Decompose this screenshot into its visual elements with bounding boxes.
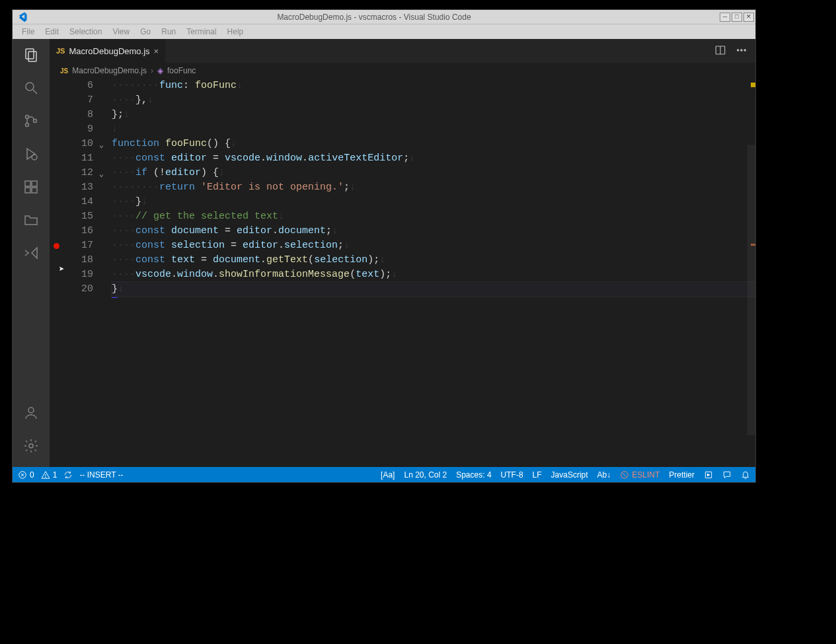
- line-number[interactable]: 9: [50, 122, 93, 137]
- line-number[interactable]: 16: [50, 224, 93, 238]
- maximize-button[interactable]: □: [732, 13, 742, 22]
- breadcrumb[interactable]: JS MacroDebugDemo.js › ◈ fooFunc: [50, 63, 755, 79]
- menu-help[interactable]: Help: [222, 26, 249, 38]
- activitybar: [13, 39, 50, 467]
- run-debug-icon[interactable]: [22, 145, 40, 163]
- search-icon[interactable]: [22, 79, 40, 97]
- menu-run[interactable]: Run: [156, 26, 181, 38]
- tab-label: MacroDebugDemo.js: [69, 46, 149, 56]
- code-area[interactable]: ········func: fooFunc↓····},↓};↓↓functio…: [112, 79, 755, 467]
- tab-close-icon[interactable]: ×: [154, 46, 159, 56]
- status-prettier[interactable]: Prettier: [669, 470, 695, 480]
- editor-group: JS MacroDebugDemo.js × JS MacroDebugDemo…: [50, 39, 755, 467]
- code-line[interactable]: }↓: [112, 282, 755, 297]
- more-actions-icon[interactable]: [736, 44, 747, 58]
- breadcrumb-file[interactable]: MacroDebugDemo.js: [72, 66, 147, 75]
- chevron-right-icon: ›: [151, 66, 153, 75]
- status-preview-icon[interactable]: [704, 470, 713, 480]
- menu-view[interactable]: View: [107, 26, 135, 38]
- split-editor-icon[interactable]: [714, 44, 726, 58]
- status-feedback-icon[interactable]: [722, 470, 732, 480]
- status-sync[interactable]: [63, 470, 73, 480]
- line-number[interactable]: 10⌄: [50, 137, 93, 151]
- status-case[interactable]: [Aa]: [381, 470, 395, 480]
- status-spell[interactable]: Ab↓: [597, 470, 611, 480]
- code-line[interactable]: ····if (!editor) {↓: [112, 166, 755, 180]
- status-bell-icon[interactable]: [741, 470, 750, 480]
- extensions-icon[interactable]: [22, 178, 40, 196]
- line-number[interactable]: 19: [50, 268, 93, 282]
- explorer-icon[interactable]: [22, 46, 40, 64]
- svg-point-17: [741, 49, 742, 50]
- line-number[interactable]: 6: [50, 79, 93, 93]
- code-line[interactable]: ↓: [112, 122, 755, 137]
- minimize-button[interactable]: ─: [720, 13, 730, 22]
- code-line[interactable]: ········func: fooFunc↓: [112, 79, 755, 93]
- breadcrumb-symbol[interactable]: fooFunc: [167, 66, 196, 75]
- code-line[interactable]: ····vscode.window.showInformationMessage…: [112, 268, 755, 282]
- breakpoint-icon[interactable]: [54, 243, 59, 249]
- vs-icon[interactable]: [22, 244, 40, 262]
- menu-selection[interactable]: Selection: [64, 26, 107, 38]
- line-number[interactable]: 20: [50, 282, 93, 297]
- code-line[interactable]: ····},↓: [112, 93, 755, 108]
- titlebar: MacroDebugDemo.js - vscmacros - Visual S…: [13, 10, 755, 24]
- code-line[interactable]: ····const selection = editor.selection;↓: [112, 238, 755, 253]
- fold-icon[interactable]: ⌄: [99, 138, 104, 153]
- line-number[interactable]: 7: [50, 93, 93, 108]
- line-number[interactable]: 18: [50, 253, 93, 268]
- status-errors[interactable]: 0: [18, 470, 34, 480]
- menubar: File Edit Selection View Go Run Terminal…: [13, 24, 755, 39]
- code-line[interactable]: ····}↓: [112, 195, 755, 209]
- code-line[interactable]: ········return 'Editor is not opening.';…: [112, 180, 755, 195]
- statusbar: 0 1 -- INSERT -- [Aa] Ln 20, Col 2 Space…: [13, 467, 755, 482]
- code-line[interactable]: ····const document = editor.document;↓: [112, 224, 755, 238]
- svg-line-3: [33, 90, 37, 94]
- account-icon[interactable]: [22, 404, 40, 422]
- minimap-viewport[interactable]: [747, 145, 755, 435]
- svg-point-2: [26, 83, 34, 90]
- tab-macrodebug[interactable]: JS MacroDebugDemo.js ×: [50, 39, 166, 63]
- status-eslint[interactable]: ESLINT: [620, 470, 660, 480]
- status-language[interactable]: JavaScript: [551, 470, 588, 480]
- line-number[interactable]: 11: [50, 151, 93, 166]
- code-line[interactable]: ····const text = document.getText(select…: [112, 253, 755, 268]
- gutter[interactable]: 678910⌄1112⌄1314151617181920: [50, 79, 98, 467]
- line-number[interactable]: 15: [50, 209, 93, 224]
- folder-icon[interactable]: [22, 211, 40, 229]
- code-line[interactable]: ····const editor = vscode.window.activeT…: [112, 151, 755, 166]
- svg-point-7: [32, 155, 37, 160]
- svg-rect-10: [25, 188, 30, 193]
- menu-terminal[interactable]: Terminal: [181, 26, 221, 38]
- js-icon: JS: [56, 47, 65, 55]
- vscode-icon: [15, 11, 28, 24]
- close-button[interactable]: ✕: [743, 13, 754, 22]
- line-number[interactable]: 13: [50, 180, 93, 195]
- svg-rect-9: [32, 181, 37, 186]
- line-number[interactable]: 8: [50, 108, 93, 122]
- status-position[interactable]: Ln 20, Col 2: [404, 470, 447, 480]
- code-line[interactable]: ····// get the selected text↓: [112, 209, 755, 224]
- settings-icon[interactable]: [22, 437, 40, 455]
- source-control-icon[interactable]: [22, 112, 40, 130]
- vscode-window: MacroDebugDemo.js - vscmacros - Visual S…: [12, 9, 756, 483]
- menu-file[interactable]: File: [17, 26, 40, 38]
- editor[interactable]: 678910⌄1112⌄1314151617181920 ········fun…: [50, 79, 755, 467]
- line-number[interactable]: 12⌄: [50, 166, 93, 180]
- line-number[interactable]: 17: [50, 238, 93, 253]
- svg-point-12: [28, 408, 34, 413]
- status-spaces[interactable]: Spaces: 4: [456, 470, 491, 480]
- menu-go[interactable]: Go: [135, 26, 156, 38]
- minimap[interactable]: [746, 79, 755, 467]
- status-encoding[interactable]: UTF-8: [501, 470, 523, 480]
- line-number[interactable]: 14: [50, 195, 93, 209]
- menu-edit[interactable]: Edit: [40, 26, 64, 38]
- svg-point-13: [29, 444, 33, 448]
- window-title: MacroDebugDemo.js - vscmacros - Visual S…: [28, 13, 720, 22]
- status-eol[interactable]: LF: [533, 470, 542, 480]
- code-line[interactable]: };↓: [112, 108, 755, 122]
- code-line[interactable]: function fooFunc() {↓: [112, 137, 755, 151]
- fold-icon[interactable]: ⌄: [99, 167, 104, 182]
- svg-point-5: [26, 124, 29, 127]
- status-warnings[interactable]: 1: [41, 470, 57, 480]
